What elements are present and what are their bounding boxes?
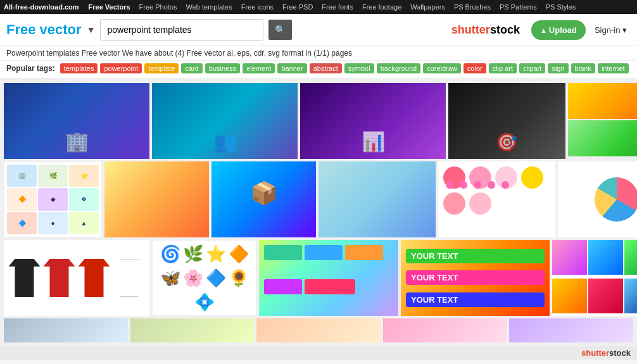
nav-ps-styles[interactable]: PS Styles: [541, 3, 581, 11]
nav-free-photos[interactable]: Free Photos: [135, 3, 182, 11]
tag-powerpoint[interactable]: powerpoint: [100, 63, 142, 73]
grid-item-text-designs[interactable]: YOUR TEXT YOUR TEXT YOUR TEXT Your Text …: [401, 240, 550, 316]
tag-templates[interactable]: templates: [60, 63, 98, 73]
upload-button[interactable]: Upload: [531, 20, 586, 40]
image-grid: Business Powerpoint Templates Pack Free …: [0, 79, 637, 346]
search-button[interactable]: 🔍: [268, 20, 292, 40]
search-input[interactable]: [100, 19, 263, 41]
nav-web-templates[interactable]: Web templates: [182, 3, 237, 11]
tag-sign[interactable]: sign: [548, 63, 568, 73]
grid-item-black-ppt[interactable]: Black Presentation Template clip art: [448, 83, 565, 159]
tags-bar: Popular tags: templatespowerpointtemplat…: [0, 61, 637, 79]
grid-item-gift-cards[interactable]: Modern Gift Card Templates Vector Set: [318, 161, 436, 237]
partial-thumb-3[interactable]: [256, 318, 381, 342]
nav-free-footage[interactable]: Free footage: [358, 3, 406, 11]
tag-clip-art[interactable]: clip art: [489, 63, 517, 73]
tags-label: Popular tags:: [6, 64, 55, 73]
grid-item-purple-ppt[interactable]: Free Business Powerpoint Templates: [300, 83, 446, 159]
tag-internet[interactable]: internet: [598, 63, 629, 73]
tag-template[interactable]: template: [144, 63, 179, 73]
results-info: Powerpoint templates Free vector We have…: [6, 49, 352, 58]
grid-item-tshirt[interactable]: Boy shirt T-shirt template: [4, 240, 149, 316]
tag-abstract[interactable]: abstract: [310, 63, 342, 73]
grid-item-green-ppt[interactable]: Free Business Powerpoint Templates Pack …: [152, 83, 298, 159]
grid-item-logos2[interactable]: 🌀 🌿 ⭐ 🔶 🦋 🌸 🔷 🌻 💠 Logo design elements: [152, 240, 256, 316]
site-brand[interactable]: All-free-download.com: [4, 3, 84, 11]
partial-thumb-4[interactable]: [383, 318, 507, 342]
grid-item-logo-set[interactable]: 🏢 🌿 ⭐ 🔶 ◆ ❖ 🔷 ● ▲ Company Logo Set: [4, 161, 102, 237]
right-stacked-col: [568, 83, 637, 159]
nav-free-fonts[interactable]: Free fonts: [317, 3, 358, 11]
grid-row-4-partial: [4, 318, 633, 342]
grid-item-blue-ppt[interactable]: Business Powerpoint Templates Pack: [4, 83, 149, 159]
grid-item-colorful-cards[interactable]: Colorful business cards: [552, 240, 637, 316]
grid-item-circles[interactable]: Colorful circles decoration: [438, 161, 555, 237]
partial-thumb-1[interactable]: [4, 318, 128, 342]
tag-background[interactable]: background: [377, 63, 421, 73]
watermark-bar: shutterstock: [0, 346, 637, 360]
page-title: Free vector: [6, 22, 82, 38]
search-bar: Free vector ▼ 🔍 shutterstock Upload Sign…: [0, 14, 637, 46]
grid-item-card-2[interactable]: [568, 120, 637, 156]
watermark-text: shutter: [581, 348, 609, 358]
tag-coreldraw[interactable]: coreldraw: [423, 63, 461, 73]
tag-symbol[interactable]: symbol: [344, 63, 374, 73]
shutterstock-logo: shutterstock: [451, 23, 520, 37]
grid-item-card-1[interactable]: [568, 83, 637, 119]
nav-ps-patterns[interactable]: PS Patterns: [495, 3, 541, 11]
partial-thumb-5[interactable]: [509, 318, 633, 342]
tag-clipart[interactable]: clipart: [519, 63, 545, 73]
grid-item-banner[interactable]: Banner infographic template: [259, 240, 398, 316]
nav-free-icons[interactable]: Free icons: [237, 3, 278, 11]
tag-blank[interactable]: blank: [571, 63, 595, 73]
tag-business[interactable]: business: [205, 63, 240, 73]
signin-button[interactable]: Sign-in ▾: [591, 25, 631, 35]
tag-color[interactable]: color: [464, 63, 486, 73]
grid-item-biz-cards[interactable]: Business Cards Collection: [104, 161, 209, 237]
info-bar: Powerpoint templates Free vector We have…: [0, 46, 637, 61]
grid-item-infographic[interactable]: 3D Infographic Elements: [211, 161, 316, 237]
grid-row-1: Business Powerpoint Templates Pack Free …: [4, 83, 633, 159]
grid-row-2: 🏢 🌿 ⭐ 🔶 ◆ ❖ 🔷 ● ▲ Company Logo Set Busin…: [4, 161, 633, 237]
tag-banner[interactable]: banner: [277, 63, 306, 73]
partial-thumb-2[interactable]: [130, 318, 255, 342]
title-dropdown-arrow[interactable]: ▼: [87, 25, 96, 35]
nav-wallpapers[interactable]: Wallpapers: [406, 3, 450, 11]
nav-free-psd[interactable]: Free PSD: [278, 3, 317, 11]
nav-ps-brushes[interactable]: PS Brushes: [450, 3, 495, 11]
top-navigation: All-free-download.com Free Vectors Free …: [0, 0, 637, 14]
tag-element[interactable]: element: [243, 63, 275, 73]
nav-free-vectors[interactable]: Free Vectors: [84, 3, 135, 11]
watermark-text-2: stock: [609, 348, 631, 358]
grid-item-pie[interactable]: Modern Infographics Business Diagram: [558, 161, 637, 237]
tag-card[interactable]: card: [181, 63, 202, 73]
grid-row-3: Boy shirt T-shirt template 🌀 🌿 ⭐ 🔶 🦋 🌸 🔷…: [4, 240, 633, 316]
